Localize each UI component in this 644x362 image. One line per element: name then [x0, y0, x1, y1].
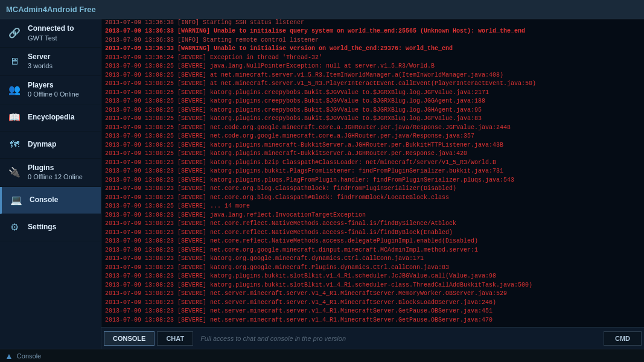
- bottom-bar: CONSOLE CHAT Full access to chat and con…: [101, 327, 644, 349]
- sidebar-label-plugins: Plugins0 Offline 12 Online: [28, 164, 83, 182]
- console-output[interactable]: 2013-07-09 13:36:38 [INFO] [JGDNAP] Atte…: [101, 19, 644, 327]
- sidebar-main-label-encyclopedia: Encyclopedia: [28, 113, 74, 122]
- sidebar-item-encyclopedia[interactable]: 📖Encyclopedia: [0, 104, 101, 132]
- sidebar-sub-label-server: 3 worlds: [28, 62, 53, 70]
- plugins-icon: 🔌: [6, 164, 23, 181]
- sidebar-item-connected[interactable]: 🔗Connected toGWT Test: [0, 19, 101, 48]
- console-line-12: 2013-07-09 13:08:25 [SEVERE] katorg.plug…: [105, 97, 640, 106]
- console-line-6: 2013-07-09 13:36:33 [WARNING] Unable to …: [105, 45, 640, 54]
- sidebar-item-players[interactable]: 👥Players0 Offline 0 Online: [0, 76, 101, 104]
- console-line-21: 2013-07-09 13:08:23 [SEVERE] katorg.plug…: [105, 176, 640, 185]
- console-line-37: 2013-07-09 13:08:23 [SEVERE] net.server.…: [105, 316, 640, 325]
- chat-tab[interactable]: CHAT: [157, 331, 193, 346]
- sidebar: 🔗Connected toGWT Test🖥Server3 worlds👥Pla…: [0, 19, 101, 349]
- console-line-5: 2013-07-09 13:36:33 [INFO] Starting remo…: [105, 36, 640, 45]
- console-line-11: 2013-07-09 13:08:25 [SEVERE] katorg.plug…: [105, 89, 640, 98]
- players-icon: 👥: [6, 81, 23, 98]
- console-line-31: 2013-07-09 13:08:23 [SEVERE] katorg.org.…: [105, 264, 640, 273]
- settings-icon: ⚙: [6, 219, 23, 236]
- console-line-18: 2013-07-09 13:08:25 [SEVERE] katorg.plug…: [105, 150, 640, 159]
- sidebar-main-label-console: Console: [30, 195, 58, 205]
- sidebar-main-label-dynmap: Dynmap: [28, 140, 56, 150]
- console-line-19: 2013-07-09 13:08:23 [SEVERE] katorg.plug…: [105, 159, 640, 168]
- sidebar-label-dynmap: Dynmap: [28, 140, 56, 150]
- sidebar-sub-label-players: 0 Offline 0 Online: [28, 90, 79, 98]
- console-line-36: 2013-07-09 13:08:23 [SEVERE] net.server.…: [105, 307, 640, 316]
- sidebar-label-players: Players0 Offline 0 Online: [28, 81, 79, 99]
- console-line-25: 2013-07-09 13:08:23 [SEVERE] java.lang.r…: [105, 211, 640, 220]
- console-line-26: 2013-07-09 13:08:23 [SEVERE] net.core.re…: [105, 220, 640, 229]
- console-line-8: 2013-07-09 13:08:25 [SEVERE] java.lang.N…: [105, 62, 640, 71]
- console-line-7: 2013-07-09 13:36:24 [SEVERE] Exception i…: [105, 54, 640, 63]
- console-line-3: 2013-07-09 13:36:38 [INFO] Starting SSH …: [105, 19, 640, 27]
- top-bar: MCAdmin4Android Free: [0, 0, 644, 19]
- console-line-23: 2013-07-09 13:08:23 [SEVERE] net.core.or…: [105, 194, 640, 203]
- console-line-14: 2013-07-09 13:08:25 [SEVERE] katorg.plug…: [105, 115, 640, 124]
- console-line-24: 2013-07-09 13:08:25 [SEVERE] ... 14 more: [105, 202, 640, 211]
- sidebar-label-connected: Connected toGWT Test: [28, 24, 74, 42]
- sidebar-main-label-connected: Connected to: [28, 24, 74, 34]
- sidebar-main-label-settings: Settings: [28, 223, 56, 232]
- sidebar-item-settings[interactable]: ⚙Settings: [0, 214, 101, 241]
- console-line-27: 2013-07-09 13:08:23 [SEVERE] net.core.re…: [105, 229, 640, 238]
- console-line-17: 2013-07-09 13:08:25 [SEVERE] katorg.plug…: [105, 141, 640, 150]
- dynmap-icon: 🗺: [6, 136, 23, 153]
- sidebar-main-label-server: Server: [28, 52, 53, 62]
- main-layout: 🔗Connected toGWT Test🖥Server3 worlds👥Pla…: [0, 19, 644, 349]
- status-bar: ▲ Console: [0, 349, 644, 362]
- console-line-16: 2013-07-09 13:08:25 [SEVERE] net.code.or…: [105, 132, 640, 141]
- cmd-button[interactable]: CMD: [604, 331, 642, 346]
- console-line-4: 2013-07-09 13:36:33 [WARNING] Unable to …: [105, 27, 640, 36]
- sidebar-label-console: Console: [30, 195, 58, 205]
- console-line-20: 2013-07-09 13:08:23 [SEVERE] katorg.plug…: [105, 167, 640, 176]
- connected-icon: 🔗: [6, 25, 23, 42]
- console-line-9: 2013-07-09 13:08:25 [SEVERE] at net.mine…: [105, 71, 640, 80]
- sidebar-label-server: Server3 worlds: [28, 52, 53, 71]
- sidebar-label-settings: Settings: [28, 223, 56, 232]
- status-icon: ▲: [5, 351, 13, 361]
- console-line-28: 2013-07-09 13:08:23 [SEVERE] net.core.re…: [105, 237, 640, 246]
- sidebar-item-console[interactable]: 💻Console: [0, 187, 101, 214]
- console-tab[interactable]: CONSOLE: [104, 331, 155, 346]
- console-line-33: 2013-07-09 13:08:23 [SEVERE] katorg.plug…: [105, 281, 640, 290]
- sidebar-sub-label-plugins: 0 Offline 12 Online: [28, 173, 83, 181]
- status-text: Console: [17, 352, 41, 360]
- server-icon: 🖥: [6, 53, 23, 70]
- console-line-32: 2013-07-09 13:08:23 [SEVERE] katorg.plug…: [105, 272, 640, 281]
- console-line-35: 2013-07-09 13:08:23 [SEVERE] net.server.…: [105, 299, 640, 308]
- console-line-10: 2013-07-09 13:08:25 [SEVERE] at net.mine…: [105, 80, 640, 89]
- console-line-34: 2013-07-09 13:08:23 [SEVERE] net.server.…: [105, 290, 640, 299]
- sidebar-item-plugins[interactable]: 🔌Plugins0 Offline 12 Online: [0, 159, 101, 187]
- sidebar-main-label-players: Players: [28, 81, 79, 91]
- sidebar-main-label-plugins: Plugins: [28, 164, 83, 173]
- console-line-13: 2013-07-09 13:08:25 [SEVERE] katorg.plug…: [105, 106, 640, 115]
- sidebar-label-encyclopedia: Encyclopedia: [28, 113, 74, 122]
- console-line-15: 2013-07-09 13:08:25 [SEVERE] net.code.or…: [105, 124, 640, 133]
- console-line-30: 2013-07-09 13:08:23 [SEVERE] katorg.org.…: [105, 255, 640, 264]
- encyclopedia-icon: 📖: [6, 109, 23, 126]
- sidebar-item-dynmap[interactable]: 🗺Dynmap: [0, 132, 101, 159]
- content-area: 2013-07-09 13:36:38 [INFO] [JGDNAP] Atte…: [101, 19, 644, 349]
- pro-info-text: Full access to chat and console in the p…: [196, 335, 601, 342]
- sidebar-item-server[interactable]: 🖥Server3 worlds: [0, 48, 101, 76]
- console-icon: 💻: [8, 192, 25, 209]
- console-line-22: 2013-07-09 13:08:23 [SEVERE] net.core.or…: [105, 185, 640, 194]
- app-title: MCAdmin4Android Free: [6, 5, 96, 14]
- sidebar-sub-label-connected: GWT Test: [28, 34, 74, 42]
- console-line-29: 2013-07-09 13:08:23 [SEVERE] net.core.or…: [105, 246, 640, 255]
